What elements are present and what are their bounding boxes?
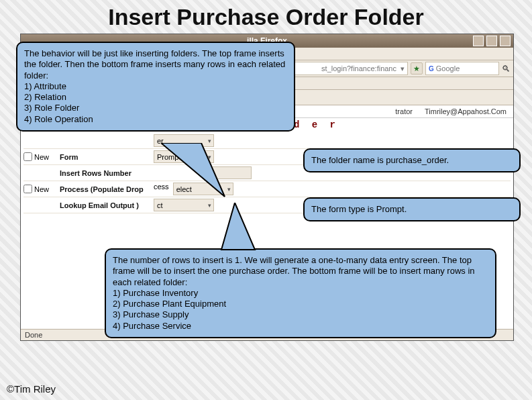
bookmark-icon[interactable]: ★: [411, 62, 423, 74]
search-placeholder: Google: [436, 64, 460, 72]
field-label: Insert Rows Number: [60, 169, 154, 177]
login-role: trator: [395, 107, 413, 115]
callout-top-left: The behavior will be just like inserting…: [16, 42, 295, 132]
callout-tail-icon: [208, 203, 268, 251]
new-checkbox[interactable]: [23, 185, 32, 193]
table-row: New Process (Populate Drop cess elect: [23, 181, 511, 197]
google-logo-icon: G: [429, 65, 434, 72]
slide-title: Insert Purchase Order Folder: [0, 4, 532, 30]
new-label: New: [34, 185, 49, 193]
table-row: er: [23, 133, 511, 149]
field-label: Form: [60, 153, 154, 161]
callout-tail-icon: [161, 143, 242, 203]
search-box[interactable]: G Google: [425, 62, 499, 75]
callout-text: The folder name is purchase_order.: [311, 155, 513, 166]
callout-text: The number of rows to insert is 1. We wi…: [113, 255, 488, 332]
callout-folder-name: The folder name is purchase_order.: [303, 148, 521, 172]
field-label: Process (Populate Drop: [60, 185, 154, 193]
callout-form-type: The form type is Prompt.: [303, 197, 521, 221]
svg-marker-0: [161, 143, 225, 197]
callout-text: The behavior will be just like inserting…: [24, 48, 287, 125]
close-button[interactable]: [500, 36, 511, 46]
new-label: New: [34, 153, 49, 161]
callout-bottom: The number of rows to insert is 1. We wi…: [105, 248, 496, 338]
status-text: Done: [25, 331, 42, 339]
login-email: Timriley@Appahost.Com: [425, 107, 507, 115]
zoom-icon[interactable]: 🔍︎: [502, 64, 511, 74]
minimize-button[interactable]: [473, 36, 484, 46]
copyright: ©Tim Riley: [7, 383, 56, 395]
maximize-button[interactable]: [486, 36, 497, 46]
field-label: Lookup Email Output ): [60, 201, 154, 209]
svg-marker-2: [221, 203, 255, 250]
new-checkbox[interactable]: [23, 152, 32, 161]
callout-text: The form type is Prompt.: [311, 204, 513, 215]
